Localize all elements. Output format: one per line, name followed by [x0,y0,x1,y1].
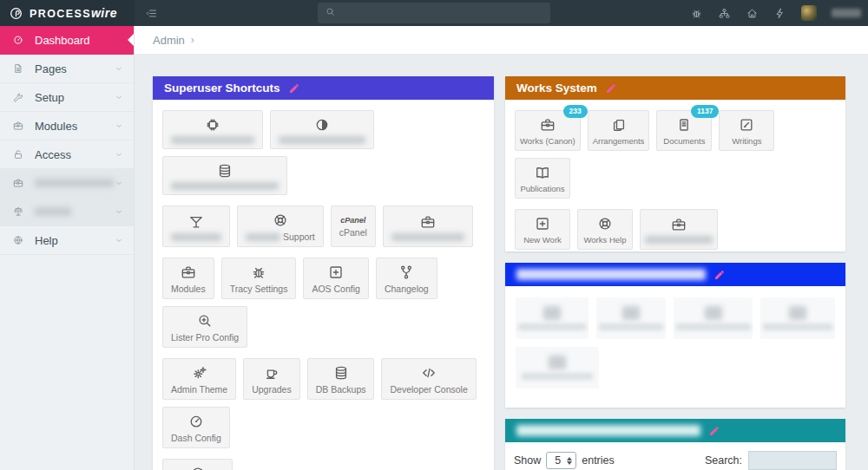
sidebar-item-pages[interactable]: Pages [0,55,134,83]
shortcut-site-backups[interactable]: Site Backups [162,459,233,470]
shortcut-admin-theme[interactable]: Admin Theme [162,358,236,400]
shortcut-redacted[interactable] [596,297,666,339]
briefcase-icon [670,216,687,233]
panel-works-system: Works SystemWorks (Canon)233Arrangements… [505,76,845,251]
shortcut-modules[interactable]: Modules [162,258,214,299]
chevron-down-icon [114,206,124,217]
briefcase-icon [180,264,197,281]
redacted-icon [622,306,640,320]
user-avatar[interactable] [801,5,817,21]
edit-pencil-icon[interactable] [605,82,617,95]
shortcut-redacted[interactable] [516,297,589,339]
redacted-icon [789,306,806,320]
breadcrumb-separator: › [191,34,194,46]
redacted-label [518,323,586,330]
shortcut-redacted[interactable] [640,209,718,250]
shortcut-label: Modules [171,284,206,294]
shortcut-redacted[interactable] [162,156,287,195]
branch-icon [398,264,415,281]
shortcut-redacted[interactable] [162,206,230,247]
redacted-text [645,236,713,244]
sidebar-item-redacted[interactable] [0,198,134,226]
shortcut-aos-config[interactable]: AOS Config [303,258,368,299]
shortcut-label: Changelog [385,284,429,294]
spinner-arrows [567,457,572,465]
lifering-icon [272,212,289,229]
shortcut-redacted[interactable] [516,347,599,388]
shortcut-label: Writings [732,136,761,146]
gauge-icon [12,34,25,46]
shortcut-redacted[interactable] [760,297,835,339]
sidebar-collapse-toggle[interactable] [145,7,158,20]
shortcut-changelog[interactable]: Changelog [376,258,437,299]
shortcut-label [391,233,464,241]
zoomplus-icon [196,312,214,330]
sidebar-item-help[interactable]: Help [0,226,134,255]
edit-pencil-icon[interactable] [708,425,720,437]
shortcut-lister-pro-config[interactable]: Lister Pro Config [162,306,247,348]
shortcut-label: Admin Theme [171,384,227,395]
breadcrumb-item-admin[interactable]: Admin [153,34,185,47]
shortcut-label: DB Backups [316,384,366,395]
sidebar-item-dashboard[interactable]: Dashboard [0,26,134,55]
shortcut-row [153,100,494,195]
logo[interactable]: PROCESSwire [0,0,135,26]
shortcut-arrangements[interactable]: Arrangements [588,110,650,151]
home-icon[interactable] [746,7,759,20]
redacted-icon [549,356,566,369]
shortcut-redacted[interactable] [270,110,374,149]
chip-icon [204,116,221,134]
shortcut-label: Publications [520,184,564,193]
shortcut-redacted[interactable] [674,297,753,339]
shortcut-works-canon-[interactable]: Works (Canon)233 [515,110,581,151]
shortcut-writings[interactable]: Writings [719,110,774,151]
sitemap-icon[interactable] [718,7,731,20]
shortcut-upgrades[interactable]: Upgrades [243,358,300,400]
chevron-down-icon [114,149,124,160]
user-name[interactable] [832,9,861,17]
sidebar-item-setup[interactable]: Setup [0,83,134,112]
table-search-input[interactable] [748,451,837,470]
shortcut-redacted[interactable] [162,110,263,149]
edit-pencil-icon[interactable] [713,269,726,281]
shortcut-redacted[interactable] [383,206,473,247]
scales-icon [12,206,25,218]
show-entries: Show5entries [514,452,615,469]
shortcut-label [171,136,254,144]
shortcut-developer-console[interactable]: Developer Console [381,358,476,400]
shortcut-dash-config[interactable]: Dash Config [162,407,230,448]
shortcut-label: Works Help [584,235,627,245]
search-input[interactable] [341,7,532,19]
shortcut-row: Site Backups [153,448,494,470]
shortcut-label: Lister Pro Config [171,332,239,343]
sidebar-item-access[interactable]: Access [0,140,134,169]
bolt-icon[interactable] [773,7,786,20]
entries-value: 5 [555,454,561,467]
contrast-icon [313,116,331,134]
sidebar-item-label: Access [35,148,71,161]
shortcut-new-work[interactable]: New Work [515,209,570,250]
shortcut-cpanel[interactable]: cPanelcPanel [331,206,376,247]
redacted-icon [543,306,561,320]
bug-icon[interactable] [690,7,703,20]
panel-redacted-blue [505,263,845,408]
shortcut-label [645,236,713,244]
sidebar-item-redacted[interactable] [0,169,134,198]
logo-text: PROCESSwire [30,6,117,20]
database-icon [332,364,350,382]
shortcut-documents[interactable]: Documents1137 [656,110,712,151]
edit-pencil-icon[interactable] [288,82,300,95]
count-badge: 233 [563,105,588,118]
sidebar-item-modules[interactable]: Modules [0,112,134,140]
redacted-text [246,233,280,241]
shortcut-tracy-settings[interactable]: Tracy Settings [221,258,297,299]
search-label: Search: [705,454,742,467]
unlock-icon [12,148,25,160]
shortcut-support[interactable]: Support [237,206,324,247]
wrench-icon [12,91,25,103]
shortcut-db-backups[interactable]: DB Backups [307,358,375,400]
entries-select[interactable]: 5 [546,452,576,469]
shortcut-publications[interactable]: Publications [515,158,570,199]
shortcut-works-help[interactable]: Works Help [577,209,633,250]
copy-icon [610,116,628,134]
